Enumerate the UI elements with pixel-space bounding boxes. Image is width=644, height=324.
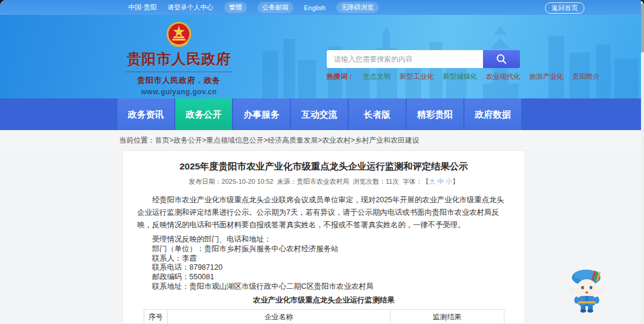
monitor-result-table: 序号 企业名称 监测结果 1 贵州合力超市采购有限公司 合格 2 贵州友禾种业有…	[144, 309, 504, 324]
link-official-mail[interactable]: 公务邮箱	[258, 2, 293, 13]
table-header-row: 序号 企业名称 监测结果	[144, 309, 504, 324]
views-value: 11次	[386, 178, 399, 185]
header-enterprise-name: 企业名称	[168, 309, 390, 324]
font-size-bracket-close: 】	[452, 178, 459, 185]
hot-word-ecology[interactable]: 生态文明	[363, 72, 391, 81]
article-title: 2025年度贵阳市农业产业化市级重点龙头企业运行监测和评定结果公示	[137, 161, 510, 172]
article-card: 2025年度贵阳市农业产业化市级重点龙头企业运行监测和评定结果公示 发布日期：2…	[122, 150, 525, 324]
mascot-widget[interactable]	[565, 266, 608, 316]
search-bar	[327, 50, 520, 68]
site-header-banner: 贵阳市人民政府 贵阳市人民政府．政务 www.guiyang.gov.cn 热搜…	[0, 15, 644, 98]
paragraph-contact-phone: 联系电话：87987120	[137, 263, 510, 273]
link-english[interactable]: English	[304, 4, 326, 11]
source-label: 来源：	[277, 178, 297, 185]
header-monitor-result: 监测结果	[390, 309, 504, 324]
font-size-medium-button[interactable]: 中	[437, 178, 444, 185]
source-value: 贵阳市农业农村局	[297, 178, 349, 185]
hot-word-guiyang-intro[interactable]: 贵阳简介	[572, 72, 600, 81]
scrollbar-thumb[interactable]	[641, 4, 644, 53]
paragraph-announcement: 经贵阳市农业产业化市级重点龙头企业联席会议成员单位审定，现对2025年开展的农业…	[137, 194, 510, 232]
paragraph-department: 部门（单位）：贵阳市乡村振兴服务中心农村经济服务站	[137, 245, 510, 254]
link-accessibility[interactable]: 无障碍浏览	[336, 2, 379, 13]
hot-word-agriculture[interactable]: 农业现代化	[486, 72, 521, 81]
table-caption: 农业产业化市级重点龙头企业运行监测结果	[137, 295, 510, 306]
site-logo-block[interactable]: 贵阳市人民政府 贵阳市人民政府．政务 www.guiyang.gov.cn	[125, 21, 233, 96]
link-login-personal-center[interactable]: 请登录个人中心	[168, 3, 213, 12]
nav-item-news[interactable]: 政务资讯	[117, 98, 174, 130]
browser-page: 中国·贵阳 请登录个人中心 繁體 公务邮箱 English 无障碍浏览 返回首页	[0, 0, 644, 324]
search-icon	[496, 53, 507, 65]
nav-item-interaction[interactable]: 互动交流	[291, 98, 348, 130]
search-input[interactable]	[327, 50, 483, 68]
publish-date-label: 发布日期：	[189, 178, 222, 185]
link-traditional-chinese[interactable]: 繁體	[224, 2, 247, 13]
nav-item-senior-version[interactable]: 长者版	[349, 98, 405, 130]
views-label: 浏览次数：	[353, 178, 386, 185]
nav-item-gov-data[interactable]: 政府数据	[465, 98, 521, 130]
font-size-bracket-open: 【	[422, 178, 429, 185]
article-meta: 发布日期：2025-10-20 10:52 来源：贵阳市农业农村局 浏览次数：1…	[137, 177, 510, 186]
hot-word-urbanization[interactable]: 新型城镇化	[443, 72, 478, 81]
link-china-guiyang[interactable]: 中国·贵阳	[128, 3, 157, 12]
paragraph-contact-person: 联系人：李霞	[137, 254, 510, 264]
search-button[interactable]	[483, 50, 520, 68]
header-seq: 序号	[144, 309, 168, 324]
topbar-links: 中国·贵阳 请登录个人中心 繁體 公务邮箱 English 无障碍浏览	[128, 2, 379, 13]
mascot-icon	[565, 266, 608, 313]
paragraph-accept-intro: 受理情况反映的部门、电话和地址：	[137, 235, 510, 245]
paragraph-postal-code: 邮政编码：550081	[137, 273, 510, 282]
national-emblem-icon	[166, 21, 191, 48]
nav-item-gov-disclosure[interactable]: 政务公开	[175, 98, 232, 130]
main-navigation: 政务资讯 政务公开 办事服务 互动交流 长者版 精彩贵阳 政府数据	[0, 98, 644, 130]
publish-date: 2025-10-20 10:52	[222, 178, 274, 185]
top-utility-bar: 中国·贵阳 请登录个人中心 繁體 公务邮箱 English 无障碍浏览 返回首页	[0, 0, 644, 15]
font-size-small-button[interactable]: 小	[445, 178, 452, 185]
hot-word-industrialization[interactable]: 新型工业化	[400, 72, 434, 81]
site-title: 贵阳市人民政府	[125, 50, 233, 69]
font-size-large-button[interactable]: 大	[429, 178, 435, 185]
hot-search-label: 热搜词：	[327, 72, 354, 81]
breadcrumb-path[interactable]: 首页>政务公开>重点领域信息公开>经济高质量发展>农业农村>乡村产业和农田建设	[155, 135, 419, 146]
nav-items: 政务资讯 政务公开 办事服务 互动交流 长者版 精彩贵阳 政府数据	[117, 98, 521, 130]
breadcrumb: 当前位置： 首页>政务公开>重点领域信息公开>经济高质量发展>农业农村>乡村产业…	[0, 130, 644, 150]
hot-word-tourism[interactable]: 旅游产业化	[530, 72, 564, 81]
back-home-button[interactable]: 返回首页	[545, 2, 584, 14]
scrollbar-track[interactable]	[641, 0, 644, 324]
nav-item-services[interactable]: 办事服务	[233, 98, 290, 130]
site-subtitle: 贵阳市人民政府．政务	[125, 72, 233, 86]
breadcrumb-label: 当前位置：	[119, 135, 155, 146]
font-size-label: 字体：	[402, 178, 422, 185]
paragraph-contact-address: 联系地址：贵阳市观山湖区市级行政中心二期C区贵阳市农业农村局	[137, 282, 510, 292]
site-url: www.guiyang.gov.cn	[125, 88, 233, 96]
article-body: 经贵阳市农业产业化市级重点龙头企业联席会议成员单位审定，现对2025年开展的农业…	[137, 194, 510, 292]
nav-item-splendid-guiyang[interactable]: 精彩贵阳	[407, 98, 463, 130]
hot-search-row: 热搜词： 生态文明 新型工业化 新型城镇化 农业现代化 旅游产业化 贵阳简介	[327, 72, 600, 81]
